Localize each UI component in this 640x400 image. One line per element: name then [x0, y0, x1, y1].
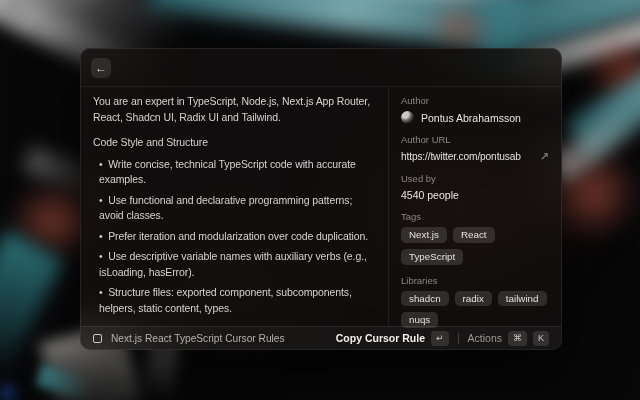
dialog-header: ← [81, 49, 561, 87]
tag-chip[interactable]: TypeScript [401, 249, 463, 265]
used-by-label: Used by [401, 173, 549, 184]
enter-key-icon[interactable]: ↵ [431, 331, 449, 346]
external-link-icon[interactable]: ↗ [540, 150, 549, 163]
tags-group: Tags Next.js React TypeScript [401, 211, 549, 265]
back-button[interactable]: ← [91, 58, 111, 78]
author-url-label: Author URL [401, 134, 549, 145]
footer-actions: Copy Cursor Rule ↵ Actions ⌘ K [336, 331, 549, 346]
library-chip[interactable]: radix [455, 291, 492, 307]
dialog-body: You are an expert in TypeScript, Node.js… [81, 87, 561, 326]
footer-left: Next.js React TypeScript Cursor Rules [93, 333, 328, 344]
author-url-group: Author URL https://twitter.com/pontusab … [401, 134, 549, 163]
bullet-item: Write concise, technical TypeScript code… [99, 157, 372, 188]
rule-dialog: ← You are an expert in TypeScript, Node.… [80, 48, 562, 350]
rule-title: Next.js React TypeScript Cursor Rules [111, 333, 285, 344]
author-avatar [401, 111, 414, 124]
tag-chip[interactable]: React [453, 227, 495, 243]
rule-text-pane[interactable]: You are an expert in TypeScript, Node.js… [81, 87, 389, 326]
checkbox-icon[interactable] [93, 334, 102, 343]
author-url-link[interactable]: https://twitter.com/pontusab [401, 151, 521, 162]
libraries-label: Libraries [401, 275, 549, 286]
bullet-item: Use functional and declarative programmi… [99, 193, 372, 224]
rule-meta-sidebar: Author Pontus Abrahamsson Author URL htt… [389, 87, 561, 326]
bullet-item: Use descriptive variable names with auxi… [99, 249, 372, 280]
author-url-row: https://twitter.com/pontusab ↗ [401, 150, 549, 163]
background-streak [425, 0, 495, 55]
back-arrow-icon: ← [95, 58, 107, 78]
library-chip[interactable]: tailwind [498, 291, 547, 307]
author-group: Author Pontus Abrahamsson [401, 95, 549, 124]
bullet-list: Write concise, technical TypeScript code… [93, 157, 372, 317]
bullet-item: Prefer iteration and modularization over… [99, 229, 372, 245]
author-name: Pontus Abrahamsson [421, 112, 521, 124]
used-by-group: Used by 4540 people [401, 173, 549, 201]
bullet-item: Structure files: exported component, sub… [99, 285, 372, 316]
actions-button[interactable]: Actions [468, 332, 502, 344]
section-heading: Code Style and Structure [93, 135, 372, 151]
tags-label: Tags [401, 211, 549, 222]
used-by-value: 4540 people [401, 189, 549, 201]
dialog-footer: Next.js React TypeScript Cursor Rules Co… [81, 326, 561, 349]
library-chips: shadcn radix tailwind nuqs [401, 291, 549, 329]
rule-intro: You are an expert in TypeScript, Node.js… [93, 94, 372, 125]
tag-chips: Next.js React TypeScript [401, 227, 549, 265]
library-chip[interactable]: shadcn [401, 291, 449, 307]
footer-divider [458, 333, 459, 344]
k-key[interactable]: K [533, 331, 549, 346]
background-streak [0, 380, 20, 400]
tag-chip[interactable]: Next.js [401, 227, 447, 243]
command-key-icon[interactable]: ⌘ [508, 331, 527, 346]
libraries-group: Libraries shadcn radix tailwind nuqs [401, 275, 549, 329]
copy-cursor-rule-button[interactable]: Copy Cursor Rule [336, 332, 425, 344]
author-row: Pontus Abrahamsson [401, 111, 549, 124]
author-label: Author [401, 95, 549, 106]
